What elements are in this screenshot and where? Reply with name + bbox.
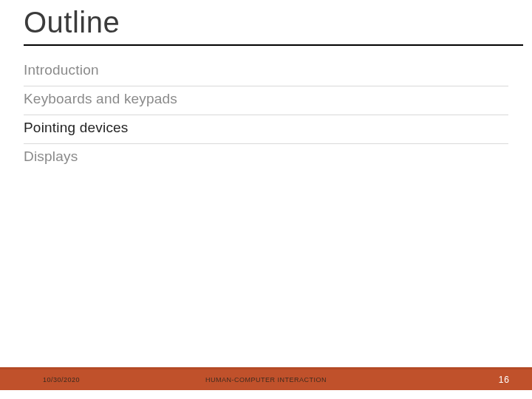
outline-item-pointing-devices: Pointing devices [24, 115, 508, 144]
outline-list: Introduction Keyboards and keypads Point… [24, 58, 508, 172]
outline-item-keyboards: Keyboards and keypads [24, 86, 508, 115]
footer-page-number: 16 [499, 369, 510, 390]
title-underline [24, 44, 523, 46]
footer-title: HUMAN-COMPUTER INTERACTION [0, 369, 532, 390]
slide: Outline Introduction Keyboards and keypa… [0, 0, 532, 399]
outline-item-introduction: Introduction [24, 58, 508, 86]
outline-item-displays: Displays [24, 144, 508, 172]
slide-title: Outline [24, 6, 120, 39]
